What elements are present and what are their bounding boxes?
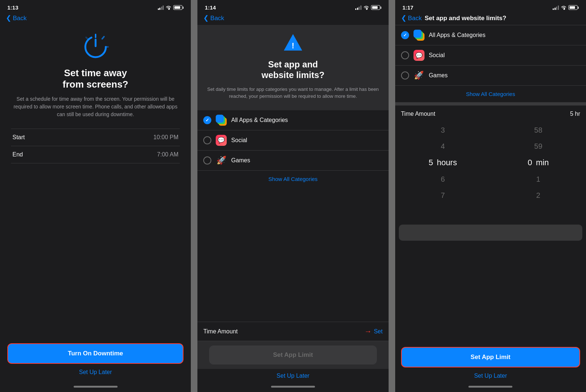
picker-min-1: 1 <box>490 171 586 187</box>
divider-1 <box>191 0 197 392</box>
picker-min-2: 2 <box>490 187 586 203</box>
phone-3: 1:17 ❮ Back Set app and website limits? <box>395 0 586 392</box>
signal-icon-2 <box>355 5 361 10</box>
social-icon-3: 💬 <box>413 50 424 61</box>
nav-title-3: Set app and website limits? <box>424 15 506 22</box>
red-arrow-icon: → <box>364 327 372 336</box>
category-social-3[interactable]: 💬 Social <box>395 45 586 66</box>
back-chevron-icon-3: ❮ <box>401 14 407 22</box>
status-icons-3 <box>553 5 579 10</box>
all-apps-label-2: All Apps & Categories <box>231 117 288 123</box>
status-icons-1 <box>158 5 184 10</box>
time-amount-label-2: Time Amount <box>203 328 238 335</box>
svg-text:!: ! <box>292 41 294 50</box>
picker-hour-6: 6 <box>395 171 491 187</box>
status-bar-2: 1:14 <box>197 0 388 13</box>
back-label-3: Back <box>408 15 422 22</box>
time-amount-row-3: Time Amount 5 hr <box>395 105 586 122</box>
picker-hour-3: 3 <box>395 122 491 138</box>
time-2: 1:14 <box>205 4 216 11</box>
category-games-3[interactable]: 🚀 Games <box>395 66 586 86</box>
back-button-3[interactable]: ❮ Back <box>401 14 422 22</box>
show-all-categories-3[interactable]: Show All Categories <box>395 86 586 102</box>
screen1-bottom: Turn On Downtime Set Up Later <box>0 337 191 383</box>
screen2-bottom: Set Up Later <box>197 369 388 383</box>
set-link-2[interactable]: Set <box>374 328 383 335</box>
alert-icon: ! <box>282 32 304 54</box>
back-label-1: Back <box>13 15 27 22</box>
screen2-upper: ! Set app andwebsite limits? Set daily t… <box>197 25 388 110</box>
nav-bar-3: ❮ Back Set app and website limits? <box>395 13 586 25</box>
setup-later-link-2[interactable]: Set Up Later <box>277 373 309 379</box>
show-all-categories-2[interactable]: Show All Categories <box>197 171 388 187</box>
all-apps-icon-3 <box>413 30 424 41</box>
time-amount-row-2: Time Amount → Set <box>197 322 388 341</box>
downtime-icon <box>81 32 110 62</box>
signal-icon-1 <box>158 5 164 10</box>
screen2-title: Set app andwebsite limits? <box>262 59 324 81</box>
picker-hours-col: 2 3 4 5 hours 6 7 8 <box>395 122 491 203</box>
battery-icon-1 <box>173 5 183 10</box>
category-social-2[interactable]: 💬 Social <box>197 130 388 151</box>
wifi-icon-3 <box>561 5 567 10</box>
games-label-3: Games <box>429 72 448 79</box>
screen1-subtitle: Set a schedule for time away from the sc… <box>11 95 180 118</box>
section-divider-3 <box>395 102 586 105</box>
home-indicator-2 <box>271 386 315 388</box>
end-row[interactable]: End 7:00 AM <box>11 146 180 163</box>
games-icon-2: 🚀 <box>216 155 227 166</box>
screen1-title: Set time awayfrom screens? <box>63 67 128 90</box>
time-amount-value-3: 5 hr <box>570 111 580 117</box>
picker-hour-7: 7 <box>395 187 491 203</box>
phone-1: 1:13 ❮ Back <box>0 0 191 392</box>
set-app-limit-disabled: Set App Limit <box>209 345 377 365</box>
radio-games-2 <box>203 156 211 164</box>
start-row[interactable]: Start 10:00 PM <box>11 129 180 146</box>
back-chevron-icon-1: ❮ <box>6 14 11 22</box>
start-label: Start <box>12 134 25 141</box>
start-value: 10:00 PM <box>153 134 178 141</box>
radio-all-3 <box>401 31 409 39</box>
set-arrow: → Set <box>364 327 383 336</box>
games-label-2: Games <box>231 157 250 164</box>
screen1-main: Set time awayfrom screens? Set a schedul… <box>0 25 191 337</box>
nav-bar-2: ❮ Back <box>197 13 388 25</box>
social-label-3: Social <box>429 52 445 59</box>
radio-games-3 <box>401 71 409 79</box>
category-all-3[interactable]: All Apps & Categories <box>395 25 586 45</box>
turn-on-downtime-button[interactable]: Turn On Downtime <box>7 343 183 364</box>
social-label-2: Social <box>231 137 247 144</box>
category-games-2[interactable]: 🚀 Games <box>197 151 388 171</box>
wifi-icon-1 <box>166 5 171 10</box>
picker-columns: 2 3 4 5 hours 6 7 8 57 58 59 0 min <box>395 122 586 203</box>
setup-later-link-3[interactable]: Set Up Later <box>474 373 507 379</box>
nav-bar-1: ❮ Back <box>0 13 191 25</box>
home-indicator-3 <box>468 386 512 388</box>
back-chevron-icon-2: ❮ <box>203 14 209 22</box>
end-label: End <box>12 151 23 158</box>
back-button-2[interactable]: ❮ Back <box>203 14 224 22</box>
divider-2 <box>389 0 395 392</box>
back-button-1[interactable]: ❮ Back <box>6 14 27 22</box>
setup-later-link-1[interactable]: Set Up Later <box>79 369 112 376</box>
end-value: 7:00 AM <box>157 151 179 158</box>
picker-hour-4: 4 <box>395 138 491 154</box>
category-all-2[interactable]: All Apps & Categories <box>197 110 388 130</box>
battery-icon-3 <box>568 5 579 10</box>
back-label-2: Back <box>210 15 224 22</box>
screen3-bottom: Set App Limit Set Up Later <box>395 343 586 383</box>
radio-social-3 <box>401 51 409 59</box>
set-app-limit-button[interactable]: Set App Limit <box>401 347 580 367</box>
picker-hour-5: 5 hours <box>395 154 491 171</box>
time-picker[interactable]: 2 3 4 5 hours 6 7 8 57 58 59 0 min <box>395 122 586 343</box>
time-rows: Start 10:00 PM End 7:00 AM <box>11 129 180 163</box>
picker-mins-col: 57 58 59 0 min 1 2 3 <box>490 122 586 203</box>
status-bar-3: 1:17 <box>395 0 586 13</box>
battery-icon-2 <box>371 5 381 10</box>
social-icon-2: 💬 <box>216 135 227 146</box>
home-indicator-1 <box>74 386 118 388</box>
radio-social-2 <box>203 136 211 144</box>
screen2-desc: Set daily time limits for app categories… <box>206 86 379 100</box>
status-icons-2 <box>355 5 381 10</box>
categories-section-2: All Apps & Categories 💬 Social 🚀 Games S… <box>197 110 388 322</box>
